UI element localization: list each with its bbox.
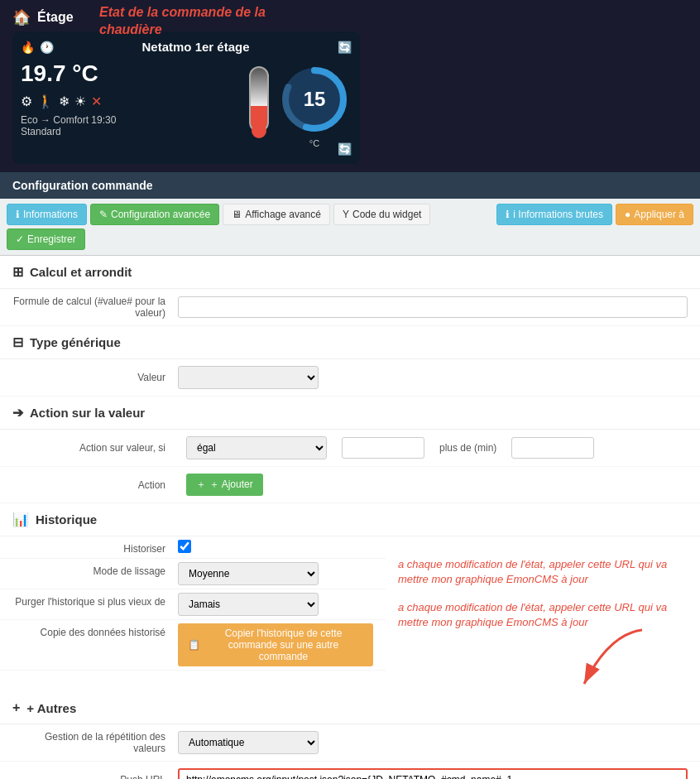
- formule-row: Formule de calcul (#value# pour la valeu…: [0, 289, 700, 326]
- egal-select[interactable]: égal: [186, 436, 327, 459]
- calcul-icon: ⊞: [12, 264, 23, 280]
- valeur-row: Valeur: [0, 359, 700, 397]
- action-valeur-row: Action sur valeur, si égal plus de (min): [0, 430, 700, 467]
- red-arrow-svg: [568, 626, 667, 692]
- repetition-select[interactable]: Automatique Jamais Toujours: [178, 731, 319, 754]
- type-icon: ⊟: [12, 334, 23, 350]
- netatmo-left: 19.7 °C ⚙ 🚶 ❄ ☀ ✕ Eco → Comfort 19:30 St…: [21, 60, 233, 137]
- tabs-bar: ℹ Informations ✎ Configuration avancée 🖥…: [0, 199, 700, 256]
- info-tab-icon: ℹ: [16, 209, 20, 220]
- valeur-select[interactable]: [178, 366, 319, 389]
- raw-tab-icon: ℹ: [506, 209, 510, 220]
- tab-code-widget[interactable]: Y Code du widget: [333, 204, 430, 225]
- autres-section-header: + + Autres: [0, 692, 700, 724]
- repetition-row: Gestion de la répétition des valeurs Aut…: [0, 724, 700, 762]
- netatmo-refresh-btn[interactable]: 🔄: [338, 41, 352, 54]
- house-icon: 🏠: [12, 8, 31, 26]
- tab-appliquer-a[interactable]: ● Appliquer à: [616, 204, 693, 225]
- lissage-select[interactable]: Moyenne Aucun Maximum Minimum: [178, 562, 319, 585]
- tab-enregistrer[interactable]: ✓ Enregistrer: [7, 228, 85, 250]
- widget-tab-icon: Y: [343, 209, 349, 220]
- plus-de-min-label: plus de (min): [439, 442, 496, 454]
- therm-bulb: [252, 123, 266, 138]
- netatmo-card-header: 🔥 🕐 Netatmo 1er étage 🔄: [21, 40, 352, 54]
- netatmo-controls: ⚙ 🚶 ❄ ☀ ✕: [21, 94, 233, 109]
- plus-icon-autres: +: [12, 700, 20, 715]
- plus-de-input[interactable]: [511, 437, 594, 459]
- config-section-header: Configuration commande: [0, 172, 700, 199]
- type-generique-section-header: ⊟ Type générique: [0, 326, 700, 359]
- annotation-text: a chaque modification de l'état, appeler…: [398, 601, 667, 628]
- current-temp: 19.7 °C: [21, 60, 233, 87]
- fire-icon: 🔥: [21, 41, 35, 54]
- action-section-header: ➔ Action sur la valeur: [0, 397, 700, 430]
- lissage-row: Mode de lissage Moyenne Aucun Maximum Mi…: [0, 559, 386, 589]
- refresh-bottom-icon[interactable]: 🔄: [338, 142, 352, 156]
- thermometer-icon: [249, 66, 269, 132]
- widget-title: Étage: [37, 10, 74, 25]
- snowflake-icon[interactable]: ❄: [59, 94, 70, 109]
- lissage-label: Mode de lissage: [12, 562, 178, 577]
- action-icon: ➔: [12, 405, 23, 421]
- save-tab-icon: ✓: [16, 233, 24, 245]
- formule-input[interactable]: [178, 296, 688, 318]
- historique-section-header: 📊 Historique: [0, 503, 700, 536]
- historique-icon: 📊: [12, 512, 29, 527]
- push-url-row: Push URL: [0, 762, 700, 779]
- action-value-input[interactable]: [342, 437, 424, 459]
- annotation-arrow: Etat de la commande de la chaudière: [99, 4, 331, 39]
- calcul-section-header: ⊞ Calcul et arrondit: [0, 256, 700, 289]
- settings-icon[interactable]: ⚙: [21, 94, 32, 109]
- plus-icon: ＋: [196, 478, 206, 492]
- gauge-unit: °C: [309, 138, 319, 148]
- copy-icon: 📋: [188, 639, 200, 651]
- config-tab-icon: ✎: [99, 209, 108, 220]
- valeur-label: Valeur: [12, 372, 178, 383]
- sun-icon[interactable]: ☀: [74, 94, 86, 109]
- clock-icon: 🕐: [40, 41, 54, 54]
- tab-informations[interactable]: ℹ Informations: [7, 204, 87, 225]
- formule-label: Formule de calcul (#value# pour la valeu…: [12, 296, 178, 319]
- tab-configuration-avancee[interactable]: ✎ Configuration avancée: [90, 204, 219, 225]
- person-icon[interactable]: 🚶: [37, 94, 54, 109]
- netatmo-card-footer: 🔄: [21, 142, 352, 156]
- tab-informations-brutes[interactable]: ℹ i Informations brutes: [496, 204, 612, 225]
- lissage-right: Moyenne Aucun Maximum Minimum: [178, 562, 373, 585]
- display-tab-icon: 🖥: [232, 209, 242, 220]
- thermometer-container: [249, 66, 269, 132]
- repetition-label: Gestion de la répétition des valeurs: [12, 731, 178, 754]
- eco-label: Eco → Comfort 19:30 Standard: [21, 114, 233, 137]
- action-ajouter-row: Action ＋ ＋ Ajouter: [0, 467, 700, 503]
- push-url-input[interactable]: [178, 768, 688, 779]
- gauge-container: 15 °C: [277, 62, 352, 137]
- apply-tab-icon: ●: [625, 209, 630, 220]
- action-valeur-label: Action sur valeur, si: [12, 442, 178, 454]
- historique-annotation: a chaque modification de l'état, appeler…: [386, 553, 700, 591]
- netatmo-icons: 🔥 🕐: [21, 41, 54, 54]
- historiser-row: Historiser: [0, 536, 386, 559]
- action-label: Action: [12, 479, 178, 491]
- historiser-checkbox[interactable]: [178, 540, 191, 553]
- netatmo-card: 🔥 🕐 Netatmo 1er étage 🔄 19.7 °C ⚙ 🚶 ❄ ☀ …: [12, 31, 360, 164]
- widget-area: Etat de la commande de la chaudière 🏠 Ét…: [0, 0, 700, 172]
- gauge-target-temp: 15: [304, 88, 326, 111]
- historiser-right: [178, 540, 373, 553]
- ajouter-button[interactable]: ＋ ＋ Ajouter: [186, 474, 263, 496]
- tab-affichage-avance[interactable]: 🖥 Affichage avancé: [223, 204, 330, 225]
- netatmo-body: 19.7 °C ⚙ 🚶 ❄ ☀ ✕ Eco → Comfort 19:30 St…: [21, 60, 352, 137]
- close-icon[interactable]: ✕: [91, 94, 102, 109]
- netatmo-title: Netatmo 1er étage: [141, 40, 249, 54]
- main-content: ⊞ Calcul et arrondit Formule de calcul (…: [0, 256, 700, 779]
- netatmo-right: 15 °C: [249, 62, 352, 137]
- historiser-label: Historiser: [12, 540, 178, 555]
- push-url-label: Push URL: [12, 774, 178, 779]
